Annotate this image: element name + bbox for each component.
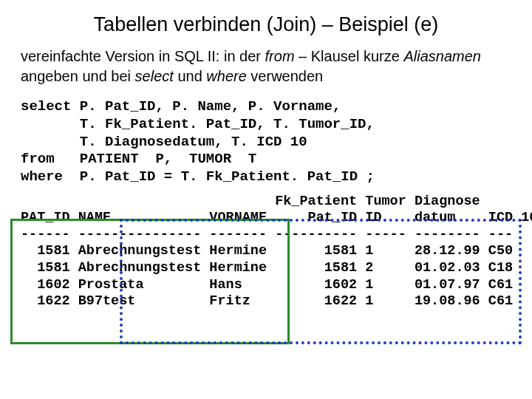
sql-line: PATIENT P, TUMOR T [55,151,257,167]
kw-select: select [21,98,71,115]
subtitle-text: vereinfachte Version in SQL II: in der [21,48,265,64]
subtitle-text: angeben und bei [21,68,135,84]
sql-line: T. Diagnosedatum, T. ICD 10 [21,134,307,150]
subtitle-text: – Klausel kurze [295,48,404,64]
table-divider: ------ --------------- ------- ---------… [21,227,513,242]
result-table: Fk_Patient Tumor Diagnose PAT_ID NAME VO… [21,194,511,310]
sql-block: select P. Pat_ID, P. Name, P. Vorname, T… [21,98,511,186]
kw-where: where [21,168,63,185]
kw-from: from [21,151,55,167]
table-row: 1581 Abrechnungstest Hermine 1581 2 01.0… [21,260,513,276]
subtitle: vereinfachte Version in SQL II: in der f… [21,47,511,86]
subtitle-text: verwenden [247,68,323,84]
subtitle-text: und [174,68,206,84]
page-title: Tabellen verbinden (Join) – Beispiel (e) [21,13,511,36]
table-row: 1622 B97test Fritz 1622 1 19.08.96 C61 [21,293,513,309]
subtitle-alias: Aliasnamen [403,48,481,64]
sql-line: P. Pat_ID = T. Fk_Patient. Pat_ID ; [63,168,375,185]
subtitle-from: from [265,48,295,64]
table-header: PAT_ID NAME VORNAME Pat_ID ID datum ICD … [21,210,532,225]
table-header: Fk_Patient Tumor Diagnose [21,194,480,209]
subtitle-select: select [135,68,174,84]
table-row: 1581 Abrechnungstest Hermine 1581 1 28.1… [21,243,513,259]
table-row: 1602 Prostata Hans 1602 1 01.07.97 C61 [21,277,513,293]
sql-line: P. Pat_ID, P. Name, P. Vorname, [71,98,341,115]
subtitle-where: where [206,68,246,84]
sql-line: T. Fk_Patient. Pat_ID, T. Tumor_ID, [21,116,375,132]
